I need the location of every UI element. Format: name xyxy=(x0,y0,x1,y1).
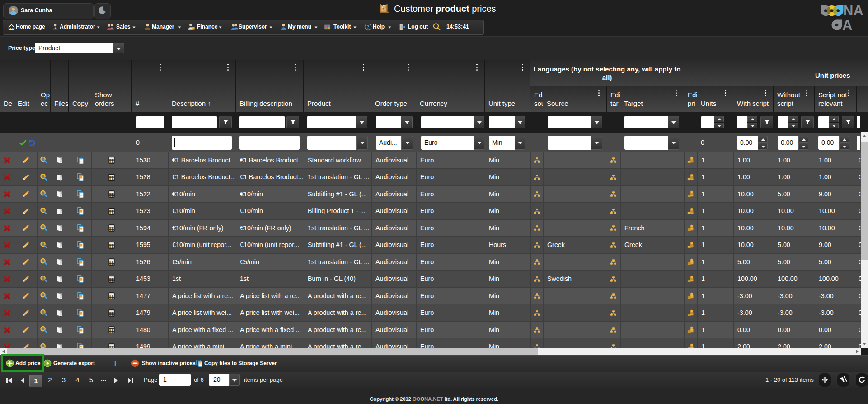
svg-text:A: A xyxy=(842,17,852,31)
svg-text:NA: NA xyxy=(843,5,863,19)
